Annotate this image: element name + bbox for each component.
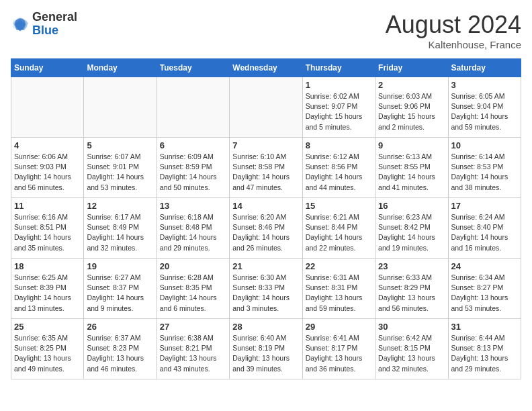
logo: General Blue	[11, 11, 77, 38]
calendar-week-5: 25Sunrise: 6:35 AM Sunset: 8:25 PM Dayli…	[11, 319, 521, 379]
calendar-body: 1Sunrise: 6:02 AM Sunset: 9:07 PM Daylig…	[11, 77, 521, 379]
calendar-cell: 3Sunrise: 6:05 AM Sunset: 9:04 PM Daylig…	[448, 77, 521, 138]
day-number: 21	[232, 261, 299, 271]
day-info: Sunrise: 6:38 AM Sunset: 8:21 PM Dayligh…	[160, 333, 226, 374]
calendar-cell: 6Sunrise: 6:09 AM Sunset: 8:59 PM Daylig…	[157, 138, 229, 198]
day-info: Sunrise: 6:21 AM Sunset: 8:44 PM Dayligh…	[306, 212, 372, 253]
calendar: Sunday Monday Tuesday Wednesday Thursday…	[11, 58, 521, 379]
calendar-cell: 29Sunrise: 6:41 AM Sunset: 8:17 PM Dayli…	[302, 319, 375, 379]
day-number: 12	[87, 201, 153, 211]
calendar-cell: 2Sunrise: 6:03 AM Sunset: 9:06 PM Daylig…	[375, 77, 448, 138]
day-number: 1	[306, 80, 372, 90]
day-number: 27	[160, 322, 226, 332]
weekday-header-row: Sunday Monday Tuesday Wednesday Thursday…	[11, 59, 521, 77]
calendar-cell: 24Sunrise: 6:34 AM Sunset: 8:27 PM Dayli…	[448, 259, 521, 319]
calendar-cell: 16Sunrise: 6:23 AM Sunset: 8:42 PM Dayli…	[375, 198, 448, 259]
calendar-cell: 7Sunrise: 6:10 AM Sunset: 8:58 PM Daylig…	[230, 138, 302, 198]
calendar-cell	[11, 77, 84, 138]
day-info: Sunrise: 6:17 AM Sunset: 8:49 PM Dayligh…	[87, 212, 153, 253]
title-area: August 2024 Kaltenhouse, France	[386, 11, 521, 50]
calendar-cell: 8Sunrise: 6:12 AM Sunset: 8:56 PM Daylig…	[302, 138, 375, 198]
day-info: Sunrise: 6:31 AM Sunset: 8:31 PM Dayligh…	[306, 273, 372, 314]
calendar-cell: 30Sunrise: 6:42 AM Sunset: 8:15 PM Dayli…	[375, 319, 448, 379]
calendar-week-1: 1Sunrise: 6:02 AM Sunset: 9:07 PM Daylig…	[11, 77, 521, 138]
logo-text: General Blue	[32, 11, 77, 38]
calendar-cell: 21Sunrise: 6:30 AM Sunset: 8:33 PM Dayli…	[230, 259, 302, 319]
calendar-cell: 15Sunrise: 6:21 AM Sunset: 8:44 PM Dayli…	[302, 198, 375, 259]
day-number: 9	[378, 140, 445, 150]
calendar-week-2: 4Sunrise: 6:06 AM Sunset: 9:03 PM Daylig…	[11, 138, 521, 198]
day-info: Sunrise: 6:35 AM Sunset: 8:25 PM Dayligh…	[14, 333, 81, 374]
calendar-cell: 4Sunrise: 6:06 AM Sunset: 9:03 PM Daylig…	[11, 138, 84, 198]
header-thursday: Thursday	[302, 59, 375, 77]
header-saturday: Saturday	[448, 59, 521, 77]
day-number: 10	[451, 140, 518, 150]
day-number: 15	[306, 201, 372, 211]
day-number: 8	[306, 140, 372, 150]
calendar-cell: 1Sunrise: 6:02 AM Sunset: 9:07 PM Daylig…	[302, 77, 375, 138]
calendar-cell: 18Sunrise: 6:25 AM Sunset: 8:39 PM Dayli…	[11, 259, 84, 319]
day-info: Sunrise: 6:40 AM Sunset: 8:19 PM Dayligh…	[232, 333, 299, 374]
day-info: Sunrise: 6:27 AM Sunset: 8:37 PM Dayligh…	[87, 273, 153, 314]
day-number: 19	[87, 261, 153, 271]
day-number: 7	[232, 140, 299, 150]
day-number: 3	[451, 80, 518, 90]
header-tuesday: Tuesday	[157, 59, 229, 77]
day-info: Sunrise: 6:30 AM Sunset: 8:33 PM Dayligh…	[232, 273, 299, 314]
calendar-week-3: 11Sunrise: 6:16 AM Sunset: 8:51 PM Dayli…	[11, 198, 521, 259]
calendar-cell: 27Sunrise: 6:38 AM Sunset: 8:21 PM Dayli…	[157, 319, 229, 379]
calendar-cell: 10Sunrise: 6:14 AM Sunset: 8:53 PM Dayli…	[448, 138, 521, 198]
header-monday: Monday	[84, 59, 157, 77]
header: General Blue August 2024 Kaltenhouse, Fr…	[11, 11, 521, 50]
day-number: 4	[14, 140, 81, 150]
day-number: 17	[451, 201, 518, 211]
day-info: Sunrise: 6:18 AM Sunset: 8:48 PM Dayligh…	[160, 212, 226, 253]
calendar-cell	[157, 77, 229, 138]
logo-icon	[11, 15, 30, 34]
day-info: Sunrise: 6:41 AM Sunset: 8:17 PM Dayligh…	[306, 333, 372, 374]
header-sunday: Sunday	[11, 59, 84, 77]
calendar-week-4: 18Sunrise: 6:25 AM Sunset: 8:39 PM Dayli…	[11, 259, 521, 319]
day-number: 25	[14, 322, 81, 332]
day-info: Sunrise: 6:12 AM Sunset: 8:56 PM Dayligh…	[306, 152, 372, 193]
calendar-cell: 26Sunrise: 6:37 AM Sunset: 8:23 PM Dayli…	[84, 319, 157, 379]
calendar-cell: 23Sunrise: 6:33 AM Sunset: 8:29 PM Dayli…	[375, 259, 448, 319]
day-info: Sunrise: 6:14 AM Sunset: 8:53 PM Dayligh…	[451, 152, 518, 193]
day-number: 20	[160, 261, 226, 271]
calendar-cell	[84, 77, 157, 138]
header-wednesday: Wednesday	[230, 59, 302, 77]
calendar-cell: 25Sunrise: 6:35 AM Sunset: 8:25 PM Dayli…	[11, 319, 84, 379]
calendar-header: Sunday Monday Tuesday Wednesday Thursday…	[11, 59, 521, 77]
day-info: Sunrise: 6:42 AM Sunset: 8:15 PM Dayligh…	[378, 333, 445, 374]
location: Kaltenhouse, France	[386, 39, 521, 50]
day-info: Sunrise: 6:05 AM Sunset: 9:04 PM Dayligh…	[451, 91, 518, 132]
logo-general: General	[32, 10, 77, 24]
day-info: Sunrise: 6:07 AM Sunset: 9:01 PM Dayligh…	[87, 152, 153, 193]
calendar-cell: 22Sunrise: 6:31 AM Sunset: 8:31 PM Dayli…	[302, 259, 375, 319]
day-number: 11	[14, 201, 81, 211]
day-number: 22	[306, 261, 372, 271]
day-info: Sunrise: 6:28 AM Sunset: 8:35 PM Dayligh…	[160, 273, 226, 314]
day-number: 29	[306, 322, 372, 332]
day-info: Sunrise: 6:10 AM Sunset: 8:58 PM Dayligh…	[232, 152, 299, 193]
day-number: 31	[451, 322, 518, 332]
day-number: 26	[87, 322, 153, 332]
month-title: August 2024	[386, 11, 521, 39]
day-info: Sunrise: 6:33 AM Sunset: 8:29 PM Dayligh…	[378, 273, 445, 314]
day-number: 23	[378, 261, 445, 271]
calendar-cell: 9Sunrise: 6:13 AM Sunset: 8:55 PM Daylig…	[375, 138, 448, 198]
day-info: Sunrise: 6:02 AM Sunset: 9:07 PM Dayligh…	[306, 91, 372, 132]
day-info: Sunrise: 6:16 AM Sunset: 8:51 PM Dayligh…	[14, 212, 81, 253]
calendar-cell: 20Sunrise: 6:28 AM Sunset: 8:35 PM Dayli…	[157, 259, 229, 319]
day-info: Sunrise: 6:25 AM Sunset: 8:39 PM Dayligh…	[14, 273, 81, 314]
day-info: Sunrise: 6:20 AM Sunset: 8:46 PM Dayligh…	[232, 212, 299, 253]
day-number: 13	[160, 201, 226, 211]
day-number: 30	[378, 322, 445, 332]
logo-blue: Blue	[32, 24, 58, 37]
day-info: Sunrise: 6:24 AM Sunset: 8:40 PM Dayligh…	[451, 212, 518, 253]
calendar-cell: 28Sunrise: 6:40 AM Sunset: 8:19 PM Dayli…	[230, 319, 302, 379]
day-info: Sunrise: 6:23 AM Sunset: 8:42 PM Dayligh…	[378, 212, 445, 253]
day-info: Sunrise: 6:13 AM Sunset: 8:55 PM Dayligh…	[378, 152, 445, 193]
calendar-cell: 31Sunrise: 6:44 AM Sunset: 8:13 PM Dayli…	[448, 319, 521, 379]
day-number: 14	[232, 201, 299, 211]
